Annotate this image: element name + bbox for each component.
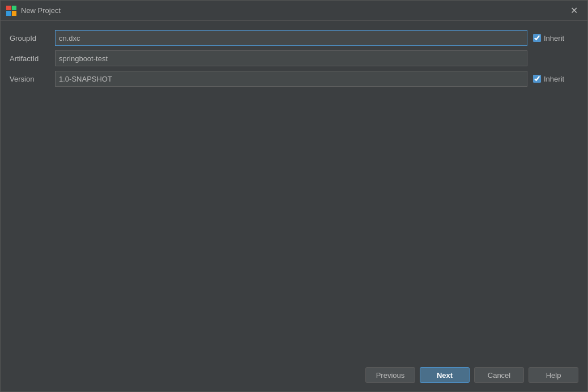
- groupid-label: GroupId: [10, 34, 55, 42]
- groupid-inherit-checkbox[interactable]: [533, 34, 541, 42]
- version-row: Version Inherit: [10, 71, 578, 87]
- groupid-input[interactable]: [55, 30, 527, 46]
- cancel-button[interactable]: Cancel: [474, 367, 524, 383]
- window-title: New Project: [21, 6, 566, 15]
- version-inherit-checkbox[interactable]: [533, 75, 541, 83]
- version-inherit-label: Inherit: [544, 75, 564, 83]
- version-inherit-group: Inherit: [533, 75, 578, 83]
- close-button[interactable]: ✕: [566, 3, 582, 19]
- app-icon: [6, 6, 16, 16]
- version-input[interactable]: [55, 71, 527, 87]
- previous-button[interactable]: Previous: [365, 367, 415, 383]
- new-project-dialog: New Project ✕ GroupId Inherit ArtifactId…: [0, 0, 588, 392]
- next-button[interactable]: Next: [420, 367, 470, 383]
- artifactid-row: ArtifactId: [10, 50, 578, 66]
- form-content: GroupId Inherit ArtifactId Version Inher…: [1, 21, 587, 359]
- groupid-inherit-group: Inherit: [533, 34, 578, 42]
- groupid-row: GroupId Inherit: [10, 30, 578, 46]
- artifactid-label: ArtifactId: [10, 54, 55, 63]
- artifactid-input[interactable]: [55, 50, 527, 66]
- title-bar: New Project ✕: [1, 1, 587, 21]
- version-label: Version: [10, 75, 55, 83]
- help-button[interactable]: Help: [529, 367, 578, 383]
- groupid-inherit-label: Inherit: [544, 34, 564, 42]
- footer: Previous Next Cancel Help: [1, 359, 587, 391]
